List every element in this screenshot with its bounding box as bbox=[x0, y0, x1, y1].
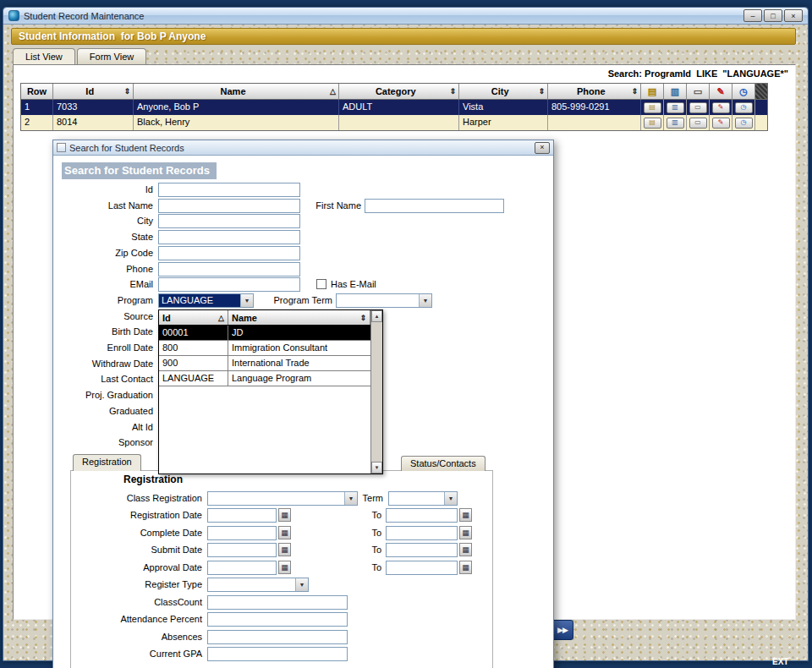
maximize-button[interactable]: □ bbox=[764, 9, 782, 22]
tab-form-view[interactable]: Form View bbox=[77, 48, 146, 65]
calendar-button[interactable]: ▦ bbox=[278, 526, 291, 539]
dialog-close-icon: × bbox=[540, 143, 544, 151]
tab-registration[interactable]: Registration bbox=[73, 454, 141, 471]
scroll-down-button[interactable]: ▼ bbox=[371, 462, 382, 474]
calendar-button[interactable]: ▦ bbox=[459, 543, 472, 556]
minimize-button[interactable]: – bbox=[743, 9, 762, 22]
list-item[interactable]: 00001JD bbox=[159, 326, 370, 341]
approval-date-to-field[interactable] bbox=[386, 561, 458, 575]
list-item[interactable]: LANGUAGELanguage Program bbox=[159, 371, 370, 386]
calendar-button[interactable]: ▦ bbox=[459, 508, 472, 522]
complete-date-to-field[interactable] bbox=[386, 526, 458, 540]
approval-date-field[interactable] bbox=[207, 561, 277, 575]
list-item[interactable]: 900International Trade bbox=[159, 356, 370, 371]
class-registration-combobox[interactable]: ▼ bbox=[207, 491, 358, 506]
program-term-combobox[interactable]: ▼ bbox=[336, 293, 432, 308]
attendance-percent-field[interactable] bbox=[207, 612, 348, 627]
field-label-alt-id: Alt Id bbox=[53, 420, 153, 435]
registration-date-label: Registration Date bbox=[53, 508, 202, 523]
list-item[interactable]: 800Immigration Consultant bbox=[159, 341, 370, 356]
calendar-button[interactable]: ▦ bbox=[278, 508, 291, 522]
calendar-button[interactable]: ▦ bbox=[278, 543, 291, 556]
city-field[interactable] bbox=[158, 214, 300, 228]
table-row[interactable]: 2 8014 Black, Henry Harper ▤ ▥ ▭ ✎ ◷ bbox=[21, 115, 767, 130]
program-combobox[interactable]: LANGUAGE▼ bbox=[158, 293, 254, 308]
window-titlebar[interactable]: Student Record Maintenance – □ × bbox=[3, 8, 808, 25]
column-header-row[interactable]: Row bbox=[21, 84, 53, 100]
tab-list-view[interactable]: List View bbox=[13, 48, 75, 65]
sort-asc-icon[interactable]: △ bbox=[330, 87, 336, 96]
id-field[interactable] bbox=[158, 183, 300, 197]
sort-both-icon[interactable]: ⇕ bbox=[631, 87, 638, 96]
current-gpa-field[interactable] bbox=[207, 647, 348, 661]
dialog-heading: Search for Student Records bbox=[62, 162, 217, 179]
column-header-city[interactable]: City⇕ bbox=[459, 84, 548, 100]
calendar-button[interactable]: ▦ bbox=[459, 526, 472, 539]
has-email-checkbox[interactable] bbox=[316, 279, 326, 289]
table-row[interactable]: 1 7033 Anyone, Bob P ADULT Vista 805-999… bbox=[21, 100, 767, 115]
zip-code-field[interactable] bbox=[158, 246, 300, 260]
dialog-close-button[interactable]: × bbox=[535, 142, 550, 154]
clock-button[interactable]: ◷ bbox=[735, 118, 753, 129]
scroll-up-button[interactable]: ▲ bbox=[371, 310, 382, 322]
term-combobox[interactable]: ▼ bbox=[388, 491, 458, 506]
tab-status-contacts[interactable]: Status/Contacts bbox=[401, 456, 486, 471]
registration-date-to-field[interactable] bbox=[386, 508, 458, 523]
window-title: Student Record Maintenance bbox=[24, 11, 144, 21]
search-dialog: Search for Student Records × Search for … bbox=[52, 140, 554, 668]
chevron-down-icon[interactable]: ▼ bbox=[444, 492, 457, 505]
sort-both-icon[interactable]: ⇕ bbox=[538, 87, 545, 96]
close-button[interactable]: × bbox=[784, 9, 803, 22]
sort-asc-icon: △ bbox=[218, 314, 224, 322]
field-label-source: Source bbox=[53, 309, 153, 324]
field-label-birth-date: Birth Date bbox=[53, 325, 153, 339]
monitor-button[interactable]: ▥ bbox=[667, 118, 684, 129]
dropdown-scrollbar[interactable]: ▲ ▼ bbox=[370, 310, 382, 474]
chevron-down-icon[interactable]: ▼ bbox=[419, 294, 431, 307]
column-header-pen: ✎ bbox=[710, 84, 732, 100]
column-header-phone[interactable]: Phone⇕ bbox=[548, 84, 641, 100]
email-field[interactable] bbox=[158, 277, 300, 292]
classcount-field[interactable] bbox=[207, 595, 348, 610]
note-button[interactable]: ▤ bbox=[644, 102, 661, 113]
phone-field[interactable] bbox=[158, 262, 300, 277]
dropdown-column-name[interactable]: Name⇕ bbox=[228, 310, 370, 325]
register-type-combobox[interactable]: ▼ bbox=[207, 578, 309, 592]
pen-button[interactable]: ✎ bbox=[712, 102, 730, 113]
term-label: Term bbox=[351, 491, 383, 506]
to-label: To bbox=[366, 526, 381, 540]
dropdown-column-id[interactable]: Id△ bbox=[159, 310, 228, 325]
monitor-icon: ▥ bbox=[667, 86, 683, 97]
field-label-enroll-date: Enroll Date bbox=[53, 341, 153, 355]
note-button[interactable]: ▤ bbox=[644, 118, 661, 129]
dialog-titlebar[interactable]: Search for Student Records × bbox=[53, 140, 553, 156]
sort-both-icon[interactable]: ⇕ bbox=[123, 87, 130, 96]
calendar-button[interactable]: ▦ bbox=[278, 561, 291, 574]
calendar-button[interactable]: ▦ bbox=[459, 561, 472, 574]
nav-last-record-button[interactable]: ▶▶ bbox=[551, 620, 573, 640]
exit-label[interactable]: EXT bbox=[772, 657, 788, 666]
column-header-category[interactable]: Category⇕ bbox=[339, 84, 459, 100]
registration-date-field[interactable] bbox=[207, 508, 277, 523]
sort-both-icon[interactable]: ⇕ bbox=[449, 87, 456, 96]
printer-button[interactable]: ▭ bbox=[689, 118, 707, 129]
field-label-proj-graduation: Proj. Graduation bbox=[53, 388, 153, 402]
submit-date-to-field[interactable] bbox=[386, 543, 458, 557]
complete-date-field[interactable] bbox=[207, 526, 277, 540]
note-icon: ▤ bbox=[644, 86, 661, 97]
submit-date-field[interactable] bbox=[207, 543, 277, 557]
chevron-down-icon[interactable]: ▼ bbox=[240, 294, 253, 307]
chevron-down-icon[interactable]: ▼ bbox=[295, 578, 308, 591]
printer-button[interactable]: ▭ bbox=[689, 102, 707, 113]
absences-field[interactable] bbox=[207, 630, 348, 644]
pen-button[interactable]: ✎ bbox=[712, 118, 730, 129]
calendar-icon: ▦ bbox=[281, 563, 288, 572]
column-header-name[interactable]: Name△ bbox=[134, 84, 339, 100]
monitor-button[interactable]: ▥ bbox=[667, 102, 684, 113]
clock-button[interactable]: ◷ bbox=[735, 102, 753, 113]
last-name-field[interactable] bbox=[158, 199, 300, 213]
state-field[interactable] bbox=[158, 230, 300, 244]
grid-scroll-corner[interactable] bbox=[755, 84, 767, 100]
first-name-field[interactable] bbox=[365, 199, 504, 213]
column-header-id[interactable]: Id⇕ bbox=[53, 84, 134, 100]
